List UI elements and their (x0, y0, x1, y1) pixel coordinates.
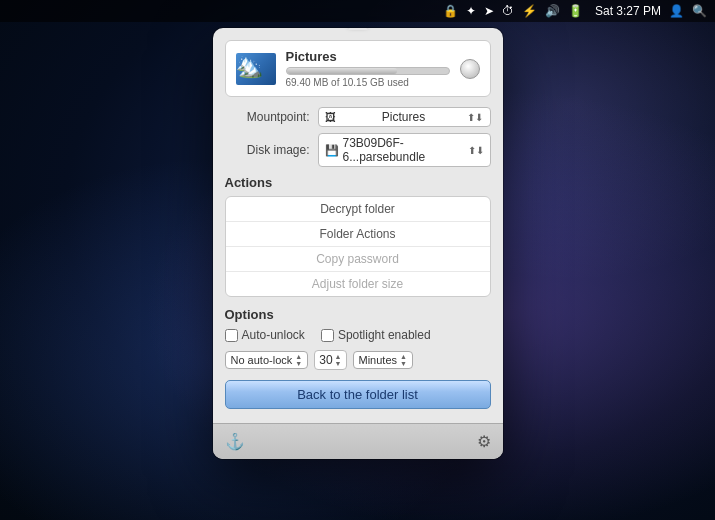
lock-icon: 🔒 (443, 4, 458, 18)
lock-unit-value: Minutes (359, 354, 398, 366)
actions-panel: Decrypt folder Folder Actions Copy passw… (225, 196, 491, 297)
disk-image-value: 73B09D6F-6...parsebundle (343, 136, 468, 164)
lock-unit-arrows: ▲▼ (400, 353, 407, 367)
adjust-folder-size-button[interactable]: Adjust folder size (226, 272, 490, 296)
volume-icon: 🔊 (545, 4, 560, 18)
crosshair-icon: ✦ (466, 4, 476, 18)
copy-password-button[interactable]: Copy password (226, 247, 490, 272)
folder-actions-button[interactable]: Folder Actions (226, 222, 490, 247)
toggle-button[interactable] (460, 59, 480, 79)
lock-value-stepper[interactable]: 30 ▲▼ (314, 350, 346, 370)
options-label: Options (225, 307, 491, 322)
menubar: 🔒 ✦ ➤ ⏱ ⚡ 🔊 🔋 Sat 3:27 PM 👤 🔍 (0, 0, 715, 22)
back-to-folder-list-button[interactable]: Back to the folder list (225, 380, 491, 409)
wifi-icon: ⚡ (522, 4, 537, 18)
disk-icon: 💾 (325, 144, 339, 157)
disk-image-select[interactable]: 💾 73B09D6F-6...parsebundle ⬆⬇ (318, 133, 491, 167)
mountpoint-select[interactable]: 🖼 Pictures ⬆⬇ (318, 107, 491, 127)
mountpoint-row: Mountpoint: 🖼 Pictures ⬆⬇ (225, 107, 491, 127)
gear-icon[interactable]: ⚙ (477, 432, 491, 451)
lock-value-arrows: ▲▼ (335, 353, 342, 367)
folder-size: 69.40 MB of 10.15 GB used (286, 77, 450, 88)
disk-image-label: Disk image: (225, 143, 310, 157)
location-icon: ➤ (484, 4, 494, 18)
mountpoint-dropdown-arrow: ⬆⬇ (467, 112, 483, 123)
popup-toolbar: ⚓ ⚙ (213, 423, 503, 459)
lock-value: 30 (319, 353, 332, 367)
decrypt-folder-button[interactable]: Decrypt folder (226, 197, 490, 222)
menubar-icons: 🔒 ✦ ➤ ⏱ ⚡ 🔊 🔋 Sat 3:27 PM 👤 🔍 (443, 4, 707, 18)
auto-unlock-label[interactable]: Auto-unlock (225, 328, 305, 342)
folder-header: 🏔️ Pictures 69.40 MB of 10.15 GB used (225, 40, 491, 97)
spotlight-label[interactable]: Spotlight enabled (321, 328, 431, 342)
history-icon: ⏱ (502, 4, 514, 18)
user-icon: 👤 (669, 4, 684, 18)
disk-image-row: Disk image: 💾 73B09D6F-6...parsebundle ⬆… (225, 133, 491, 167)
folder-thumbnail: 🏔️ (236, 53, 276, 85)
progress-fill (287, 68, 397, 74)
lock-row: No auto-lock ▲▼ 30 ▲▼ Minutes ▲▼ (225, 350, 491, 370)
popup-arrow (348, 28, 368, 30)
no-auto-lock-select[interactable]: No auto-lock ▲▼ (225, 351, 309, 369)
auto-unlock-text: Auto-unlock (242, 328, 305, 342)
progress-bar (286, 67, 450, 75)
no-auto-lock-value: No auto-lock (231, 354, 293, 366)
mountpoint-value: Pictures (382, 110, 425, 124)
folder-info: Pictures 69.40 MB of 10.15 GB used (286, 49, 450, 88)
auto-unlock-checkbox[interactable] (225, 329, 238, 342)
anchor-icon[interactable]: ⚓ (225, 432, 245, 451)
no-auto-lock-arrows: ▲▼ (295, 353, 302, 367)
disk-dropdown-arrow: ⬆⬇ (468, 145, 484, 156)
mountpoint-icon: 🖼 (325, 111, 336, 123)
popup-content: 🏔️ Pictures 69.40 MB of 10.15 GB used Mo… (213, 28, 503, 423)
actions-label: Actions (225, 175, 491, 190)
options-row: Auto-unlock Spotlight enabled (225, 328, 491, 342)
search-icon: 🔍 (692, 4, 707, 18)
battery-icon: 🔋 (568, 4, 583, 18)
folder-name: Pictures (286, 49, 450, 64)
mountpoint-label: Mountpoint: (225, 110, 310, 124)
spotlight-checkbox[interactable] (321, 329, 334, 342)
popup-panel: 🏔️ Pictures 69.40 MB of 10.15 GB used Mo… (213, 28, 503, 459)
clock: Sat 3:27 PM (595, 4, 661, 18)
lock-unit-select[interactable]: Minutes ▲▼ (353, 351, 413, 369)
folder-icon: 🏔️ (236, 53, 276, 85)
spotlight-text: Spotlight enabled (338, 328, 431, 342)
